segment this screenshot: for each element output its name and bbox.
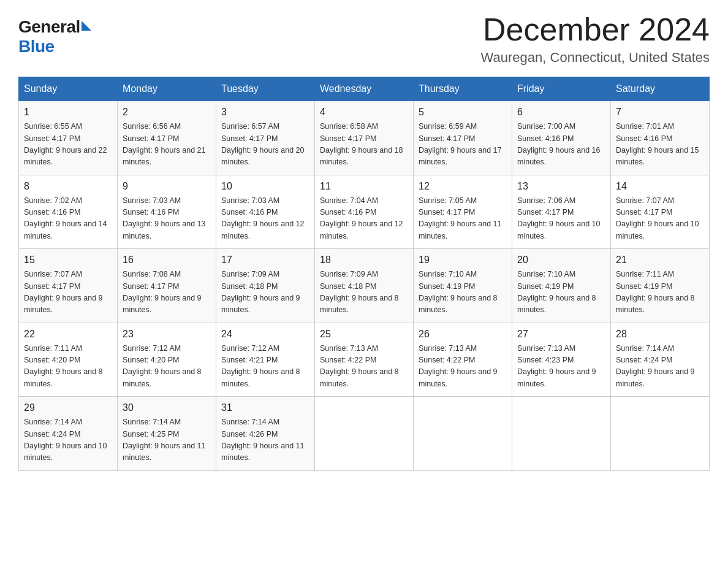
day-info: Sunrise: 7:14 AMSunset: 4:26 PMDaylight:… <box>221 416 309 464</box>
day-number: 7 <box>616 105 704 120</box>
logo: General Blue <box>18 17 91 56</box>
day-info: Sunrise: 7:13 AMSunset: 4:23 PMDaylight:… <box>517 343 605 391</box>
calendar-cell: 21Sunrise: 7:11 AMSunset: 4:19 PMDayligh… <box>611 249 710 323</box>
calendar-cell: 16Sunrise: 7:08 AMSunset: 4:17 PMDayligh… <box>118 249 216 323</box>
day-info: Sunrise: 7:10 AMSunset: 4:19 PMDaylight:… <box>419 269 507 316</box>
calendar-cell: 19Sunrise: 7:10 AMSunset: 4:19 PMDayligh… <box>414 249 512 323</box>
day-number: 16 <box>123 253 211 267</box>
day-info: Sunrise: 7:01 AMSunset: 4:16 PMDaylight:… <box>616 121 704 169</box>
header-thursday: Thursday <box>414 77 512 101</box>
day-number: 6 <box>517 105 605 120</box>
day-info: Sunrise: 7:13 AMSunset: 4:22 PMDaylight:… <box>419 343 507 391</box>
day-number: 2 <box>123 105 211 120</box>
calendar-cell: 3Sunrise: 6:57 AMSunset: 4:17 PMDaylight… <box>216 101 315 175</box>
day-info: Sunrise: 7:08 AMSunset: 4:17 PMDaylight:… <box>123 269 211 316</box>
header-saturday: Saturday <box>611 77 710 101</box>
day-number: 29 <box>24 400 112 415</box>
logo-general-text: General <box>18 17 80 37</box>
header-wednesday: Wednesday <box>315 77 414 101</box>
calendar-week-row: 22Sunrise: 7:11 AMSunset: 4:20 PMDayligh… <box>19 323 710 397</box>
calendar-cell: 27Sunrise: 7:13 AMSunset: 4:23 PMDayligh… <box>512 323 611 397</box>
day-info: Sunrise: 7:14 AMSunset: 4:25 PMDaylight:… <box>123 416 211 464</box>
calendar-cell: 26Sunrise: 7:13 AMSunset: 4:22 PMDayligh… <box>414 323 512 397</box>
calendar-cell <box>414 397 512 471</box>
day-number: 5 <box>419 105 507 120</box>
calendar-cell: 1Sunrise: 6:55 AMSunset: 4:17 PMDaylight… <box>19 101 118 175</box>
calendar-week-row: 8Sunrise: 7:02 AMSunset: 4:16 PMDaylight… <box>19 175 710 249</box>
calendar-cell: 14Sunrise: 7:07 AMSunset: 4:17 PMDayligh… <box>611 175 710 249</box>
day-number: 17 <box>221 253 309 267</box>
calendar-cell: 4Sunrise: 6:58 AMSunset: 4:17 PMDaylight… <box>315 101 414 175</box>
location-title: Wauregan, Connecticut, United States <box>481 50 710 66</box>
day-number: 15 <box>24 253 112 267</box>
day-info: Sunrise: 7:14 AMSunset: 4:24 PMDaylight:… <box>616 343 704 391</box>
header-monday: Monday <box>118 77 216 101</box>
calendar-cell: 10Sunrise: 7:03 AMSunset: 4:16 PMDayligh… <box>216 175 315 249</box>
day-number: 8 <box>24 179 112 194</box>
day-info: Sunrise: 7:11 AMSunset: 4:19 PMDaylight:… <box>616 269 704 316</box>
day-info: Sunrise: 7:12 AMSunset: 4:20 PMDaylight:… <box>123 343 211 391</box>
calendar-cell: 11Sunrise: 7:04 AMSunset: 4:16 PMDayligh… <box>315 175 414 249</box>
day-number: 20 <box>517 253 605 267</box>
calendar-table: SundayMondayTuesdayWednesdayThursdayFrid… <box>18 77 710 471</box>
day-info: Sunrise: 6:58 AMSunset: 4:17 PMDaylight:… <box>320 121 408 169</box>
calendar-week-row: 1Sunrise: 6:55 AMSunset: 4:17 PMDaylight… <box>19 101 710 175</box>
calendar-cell: 9Sunrise: 7:03 AMSunset: 4:16 PMDaylight… <box>118 175 216 249</box>
day-info: Sunrise: 7:03 AMSunset: 4:16 PMDaylight:… <box>221 195 309 243</box>
day-info: Sunrise: 7:11 AMSunset: 4:20 PMDaylight:… <box>24 343 112 391</box>
calendar-cell: 28Sunrise: 7:14 AMSunset: 4:24 PMDayligh… <box>611 323 710 397</box>
day-number: 25 <box>320 327 408 342</box>
day-info: Sunrise: 7:09 AMSunset: 4:18 PMDaylight:… <box>221 269 309 316</box>
day-info: Sunrise: 6:59 AMSunset: 4:17 PMDaylight:… <box>419 121 507 169</box>
calendar-cell: 24Sunrise: 7:12 AMSunset: 4:21 PMDayligh… <box>216 323 315 397</box>
day-number: 26 <box>419 327 507 342</box>
day-number: 12 <box>419 179 507 194</box>
calendar-cell: 8Sunrise: 7:02 AMSunset: 4:16 PMDaylight… <box>19 175 118 249</box>
day-number: 30 <box>123 400 211 415</box>
calendar-cell: 23Sunrise: 7:12 AMSunset: 4:20 PMDayligh… <box>118 323 216 397</box>
day-info: Sunrise: 6:55 AMSunset: 4:17 PMDaylight:… <box>24 121 112 169</box>
day-number: 13 <box>517 179 605 194</box>
day-info: Sunrise: 7:00 AMSunset: 4:16 PMDaylight:… <box>517 121 605 169</box>
day-number: 28 <box>616 327 704 342</box>
day-number: 31 <box>221 400 309 415</box>
day-info: Sunrise: 7:02 AMSunset: 4:16 PMDaylight:… <box>24 195 112 243</box>
calendar-cell: 20Sunrise: 7:10 AMSunset: 4:19 PMDayligh… <box>512 249 611 323</box>
day-number: 9 <box>123 179 211 194</box>
calendar-cell: 7Sunrise: 7:01 AMSunset: 4:16 PMDaylight… <box>611 101 710 175</box>
header-sunday: Sunday <box>19 77 118 101</box>
day-info: Sunrise: 7:04 AMSunset: 4:16 PMDaylight:… <box>320 195 408 243</box>
day-number: 23 <box>123 327 211 342</box>
calendar-cell: 13Sunrise: 7:06 AMSunset: 4:17 PMDayligh… <box>512 175 611 249</box>
header-tuesday: Tuesday <box>216 77 315 101</box>
calendar-cell: 5Sunrise: 6:59 AMSunset: 4:17 PMDaylight… <box>414 101 512 175</box>
day-info: Sunrise: 6:56 AMSunset: 4:17 PMDaylight:… <box>123 121 211 169</box>
calendar-cell: 18Sunrise: 7:09 AMSunset: 4:18 PMDayligh… <box>315 249 414 323</box>
calendar-cell: 15Sunrise: 7:07 AMSunset: 4:17 PMDayligh… <box>19 249 118 323</box>
day-number: 10 <box>221 179 309 194</box>
day-info: Sunrise: 7:13 AMSunset: 4:22 PMDaylight:… <box>320 343 408 391</box>
calendar-cell: 6Sunrise: 7:00 AMSunset: 4:16 PMDaylight… <box>512 101 611 175</box>
calendar-week-row: 29Sunrise: 7:14 AMSunset: 4:24 PMDayligh… <box>19 397 710 471</box>
day-number: 4 <box>320 105 408 120</box>
day-info: Sunrise: 7:12 AMSunset: 4:21 PMDaylight:… <box>221 343 309 391</box>
calendar-week-row: 15Sunrise: 7:07 AMSunset: 4:17 PMDayligh… <box>19 249 710 323</box>
day-number: 22 <box>24 327 112 342</box>
day-number: 21 <box>616 253 704 267</box>
calendar-cell: 30Sunrise: 7:14 AMSunset: 4:25 PMDayligh… <box>118 397 216 471</box>
day-info: Sunrise: 7:07 AMSunset: 4:17 PMDaylight:… <box>24 269 112 316</box>
month-title: December 2024 <box>481 12 710 47</box>
calendar-cell: 29Sunrise: 7:14 AMSunset: 4:24 PMDayligh… <box>19 397 118 471</box>
day-info: Sunrise: 7:09 AMSunset: 4:18 PMDaylight:… <box>320 269 408 316</box>
calendar-cell: 2Sunrise: 6:56 AMSunset: 4:17 PMDaylight… <box>118 101 216 175</box>
day-info: Sunrise: 7:06 AMSunset: 4:17 PMDaylight:… <box>517 195 605 243</box>
day-info: Sunrise: 7:14 AMSunset: 4:24 PMDaylight:… <box>24 416 112 464</box>
calendar-cell: 25Sunrise: 7:13 AMSunset: 4:22 PMDayligh… <box>315 323 414 397</box>
day-info: Sunrise: 7:03 AMSunset: 4:16 PMDaylight:… <box>123 195 211 243</box>
day-number: 3 <box>221 105 309 120</box>
day-number: 27 <box>517 327 605 342</box>
day-number: 1 <box>24 105 112 120</box>
day-info: Sunrise: 7:05 AMSunset: 4:17 PMDaylight:… <box>419 195 507 243</box>
title-block: December 2024 Wauregan, Connecticut, Uni… <box>481 12 710 66</box>
calendar-cell: 12Sunrise: 7:05 AMSunset: 4:17 PMDayligh… <box>414 175 512 249</box>
